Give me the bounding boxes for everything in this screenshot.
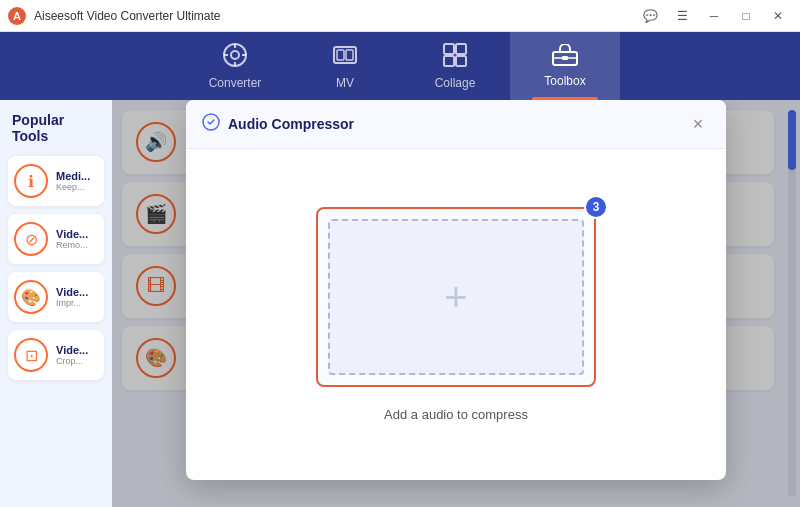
titlebar: A Aiseesoft Video Converter Ultimate 💬 ☰…: [0, 0, 800, 32]
media-metadata-desc: Keep...: [56, 182, 90, 192]
sidebar-item-video-enhance[interactable]: 🎨 Vide... Impr...: [8, 272, 104, 322]
drop-zone[interactable]: +: [316, 207, 596, 387]
modal-body: 3 + Add a audio to compress: [186, 149, 726, 480]
mv-icon: [332, 42, 358, 72]
svg-point-3: [231, 51, 239, 59]
modal-overlay: Audio Compressor × 3 + Add a audio to co…: [112, 100, 800, 507]
collage-label: Collage: [435, 76, 476, 90]
converter-icon: [222, 42, 248, 72]
modal-header: Audio Compressor ×: [186, 100, 726, 149]
sidebar-item-video-crop[interactable]: ⊡ Vide... Crop...: [8, 330, 104, 380]
nav-item-toolbox[interactable]: Toolbox: [510, 32, 620, 100]
video-crop-icon: ⊡: [14, 338, 48, 372]
svg-rect-17: [562, 56, 568, 60]
drop-zone-inner: +: [328, 219, 584, 375]
svg-rect-9: [337, 50, 344, 60]
sidebar-title: Popular Tools: [8, 112, 104, 144]
modal-close-button[interactable]: ×: [686, 112, 710, 136]
titlebar-title: Aiseesoft Video Converter Ultimate: [34, 9, 221, 23]
video-enhance-desc: Impr...: [56, 298, 88, 308]
converter-label: Converter: [209, 76, 262, 90]
navbar: Converter MV Collage: [0, 32, 800, 100]
nav-item-mv[interactable]: MV: [290, 32, 400, 100]
collage-icon: [442, 42, 468, 72]
video-crop-name: Vide...: [56, 344, 88, 356]
app-icon: A: [8, 7, 26, 25]
video-watermark-name: Vide...: [56, 228, 88, 240]
media-metadata-text: Medi... Keep...: [56, 170, 90, 192]
video-watermark-desc: Remo...: [56, 240, 88, 250]
video-enhance-text: Vide... Impr...: [56, 286, 88, 308]
sidebar: Popular Tools ℹ Medi... Keep... ⊘ Vide..…: [0, 100, 112, 507]
sidebar-item-media-metadata[interactable]: ℹ Medi... Keep...: [8, 156, 104, 206]
close-button[interactable]: ✕: [764, 5, 792, 27]
menu-button[interactable]: ☰: [668, 5, 696, 27]
video-watermark-icon: ⊘: [14, 222, 48, 256]
message-button[interactable]: 💬: [636, 5, 664, 27]
content-area: 🔊 Audio Compress... Add audio files to t…: [112, 100, 800, 507]
svg-rect-10: [346, 50, 353, 60]
nav-item-collage[interactable]: Collage: [400, 32, 510, 100]
modal-title: Audio Compressor: [228, 116, 354, 132]
svg-rect-13: [444, 56, 454, 66]
minimize-button[interactable]: ─: [700, 5, 728, 27]
media-metadata-name: Medi...: [56, 170, 90, 182]
file-count-badge: 3: [584, 195, 608, 219]
drop-hint: Add a audio to compress: [384, 407, 528, 422]
nav-item-converter[interactable]: Converter: [180, 32, 290, 100]
toolbox-icon: [552, 44, 578, 70]
toolbox-label: Toolbox: [544, 74, 585, 88]
titlebar-controls: 💬 ☰ ─ □ ✕: [636, 5, 792, 27]
sidebar-item-video-watermark[interactable]: ⊘ Vide... Remo...: [8, 214, 104, 264]
video-watermark-text: Vide... Remo...: [56, 228, 88, 250]
mv-label: MV: [336, 76, 354, 90]
titlebar-left: A Aiseesoft Video Converter Ultimate: [8, 7, 221, 25]
modal-header-left: Audio Compressor: [202, 113, 354, 136]
video-enhance-name: Vide...: [56, 286, 88, 298]
video-crop-text: Vide... Crop...: [56, 344, 88, 366]
maximize-button[interactable]: □: [732, 5, 760, 27]
svg-rect-14: [456, 56, 466, 66]
video-enhance-icon: 🎨: [14, 280, 48, 314]
svg-text:A: A: [13, 10, 21, 22]
svg-rect-11: [444, 44, 454, 54]
main-area: Popular Tools ℹ Medi... Keep... ⊘ Vide..…: [0, 100, 800, 507]
svg-rect-12: [456, 44, 466, 54]
video-crop-desc: Crop...: [56, 356, 88, 366]
media-metadata-icon: ℹ: [14, 164, 48, 198]
audio-compressor-modal: Audio Compressor × 3 + Add a audio to co…: [186, 100, 726, 480]
modal-header-icon: [202, 113, 220, 136]
plus-icon: +: [444, 277, 467, 317]
drop-zone-wrapper: 3 +: [316, 207, 596, 387]
